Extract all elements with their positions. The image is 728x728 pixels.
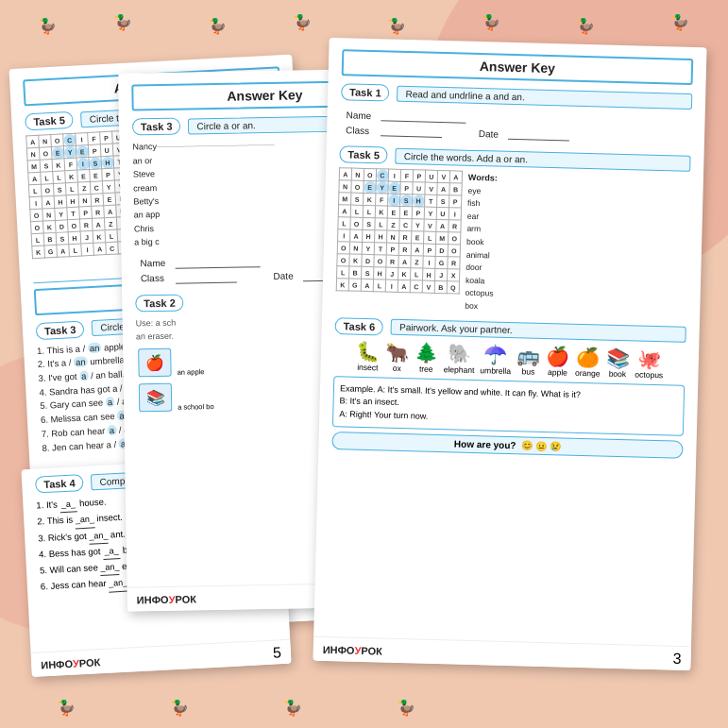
duck-icon-12: 🦆	[397, 699, 415, 717]
date-field-3[interactable]	[508, 128, 569, 142]
class-field-3[interactable]	[381, 125, 442, 138]
ox-emoji: 🐂	[385, 340, 410, 364]
task5-instruction-3: Circle the words. Add a or an.	[396, 147, 691, 171]
duck-icon-8: 🦆	[670, 13, 689, 31]
apple-label: apple	[548, 367, 567, 378]
task6-label: Task 6	[334, 317, 383, 335]
task1-bar: Task 1 Read and undrline a and an.	[341, 83, 692, 110]
tree-emoji: 🌲	[415, 341, 439, 364]
task5-label-3: Task 5	[339, 145, 388, 163]
task6-images: 🐛 insect 🐂 ox 🌲 tree 🐘 elephant ☂️ umbre…	[333, 339, 686, 381]
duck-icon-9: 🦆	[57, 699, 76, 717]
infourok-bar-4: ИНФОУРОК 5	[31, 639, 292, 677]
name-field[interactable]	[175, 256, 260, 269]
task6-bus: 🚌 bus	[516, 344, 541, 377]
duck-icon-2: 🦆	[113, 13, 132, 31]
task6-umbrella: ☂️ umbrella	[480, 343, 511, 376]
name-class-date-table-3: Name Class Date	[340, 106, 576, 144]
task1-label: Task 1	[341, 83, 390, 101]
bus-emoji: 🚌	[516, 344, 541, 367]
pairwork-example: Example. A: It's small. It's yellow and …	[332, 376, 685, 436]
sheet-answer-key-3: Answer Key Task 1 Read and undrline a an…	[313, 38, 706, 670]
book-img: 📚	[139, 383, 173, 413]
octopus-emoji: 🐙	[637, 347, 662, 370]
task3-label-2: Task 3	[132, 118, 181, 136]
words-list-3: Words: eyefisheararmbookanimaldoorkoalao…	[465, 171, 498, 313]
emoji-faces: 😊 😐 😢	[521, 440, 561, 451]
how-are-you-text: How are you?	[454, 439, 516, 451]
duck-icon-6: 🦆	[482, 13, 500, 31]
task6-book: 📚 book	[605, 346, 630, 379]
class-field[interactable]	[175, 271, 236, 283]
duck-icon-11: 🦆	[283, 699, 302, 717]
class-label: Class	[137, 271, 170, 285]
wordsearch-container-3: ANOCIFPUVA NOEYEPUVAB MSKFISHTSP ALLKEEP…	[335, 167, 690, 318]
ox-label: ox	[393, 363, 401, 372]
page-number-3: 3	[672, 650, 681, 667]
task6-octopus: 🐙 octopus	[635, 347, 664, 380]
tree-label: tree	[419, 364, 433, 373]
insect-emoji: 🐛	[356, 339, 381, 363]
insect-label: insect	[357, 362, 378, 372]
task6-insect: 🐛 insect	[356, 339, 381, 372]
elephant-label: elephant	[444, 364, 475, 375]
how-are-you-bar: How are you? 😊 😐 😢	[331, 432, 683, 459]
book-label: a school bo	[178, 381, 214, 414]
duck-icon-3: 🦆	[208, 17, 227, 35]
name-label-3: Name	[342, 108, 375, 122]
sheet3-title: Answer Key	[344, 55, 691, 79]
example-text: Example. A: It's small. It's yellow and …	[339, 383, 581, 420]
duck-icon-7: 🦆	[576, 17, 595, 35]
apple-label: an apple	[177, 347, 204, 379]
task6-tree: 🌲 tree	[415, 341, 439, 374]
orange-label: orange	[575, 367, 601, 378]
task6-instruction: Pairwork. Ask your partner.	[391, 319, 686, 343]
date-label-3: Date	[471, 127, 502, 141]
orange-emoji: 🍊	[576, 345, 601, 368]
page-number-4: 5	[273, 644, 282, 661]
infourok-logo-4: ИНФОУРОК	[41, 656, 101, 670]
class-label-3: Class	[342, 123, 375, 137]
book-emoji: 📚	[606, 346, 631, 369]
date-label: Date	[265, 269, 296, 283]
bus-label: bus	[522, 366, 535, 376]
sheet3-header: Answer Key	[342, 49, 694, 85]
name-label: Name	[136, 256, 169, 270]
duck-icon-4: 🦆	[293, 13, 312, 31]
infourok-logo-3: ИНФОУРОК	[323, 643, 382, 656]
task3-label: Task 3	[36, 320, 85, 340]
infourok-bar-3: ИНФОУРОК 3	[313, 636, 691, 670]
duck-icon-10: 🦆	[170, 699, 189, 717]
task6-orange: 🍊 orange	[575, 345, 601, 378]
octopus-label: octopus	[635, 369, 663, 380]
task2-label: Task 2	[135, 294, 184, 312]
name-class-date-row-3: Name Class Date	[340, 106, 692, 147]
wordsearch-grid-3: ANOCIFPUVA NOEYEPUVAB MSKFISHTSP ALLKEEP…	[336, 167, 463, 294]
task6-ox: 🐂 ox	[385, 340, 410, 373]
umbrella-emoji: ☂️	[483, 343, 508, 366]
duck-icon-5: 🦆	[387, 17, 406, 35]
task6-apple: 🍎 apple	[546, 345, 570, 378]
task4-label: Task 4	[35, 474, 84, 494]
task2-use: Use: a schan eraser.	[136, 317, 177, 341]
duck-icon-1: 🦆	[38, 17, 57, 35]
book-label: book	[609, 368, 627, 378]
elephant-emoji: 🐘	[448, 342, 472, 365]
name-field-3[interactable]	[381, 110, 466, 123]
infourok-logo-2: ИНФОУРОК	[137, 593, 196, 605]
apple-emoji: 🍎	[546, 345, 570, 368]
umbrella-label: umbrella	[480, 365, 511, 376]
task6-elephant: 🐘 elephant	[444, 342, 476, 375]
apple-img: 🍎	[138, 348, 172, 378]
task1-instruction: Read and undrline a and an.	[397, 85, 692, 109]
task5-label: Task 5	[25, 111, 74, 131]
